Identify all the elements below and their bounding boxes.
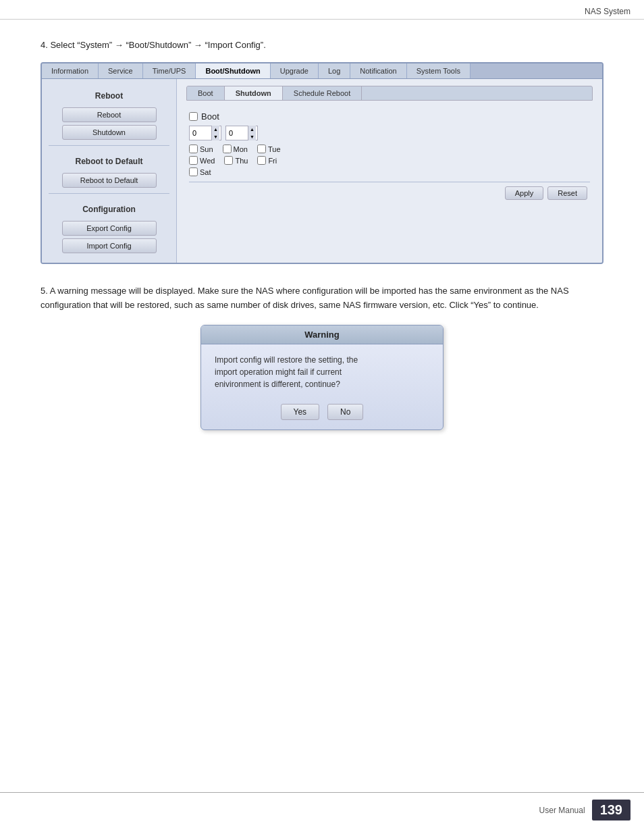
reboot-section-title: Reboot [42,86,176,105]
min-input-box: ▲ ▼ [225,126,258,140]
sub-tab-bar: Boot Shutdown Schedule Reboot [186,86,593,101]
boot-checkbox[interactable] [189,112,198,121]
tab-notification[interactable]: Notification [350,63,406,78]
page-footer: User Manual 139 [0,792,644,820]
day-row-3: Sat [189,167,590,176]
min-up-btn[interactable]: ▲ [248,126,256,133]
day-wed-label: Wed [189,156,215,165]
page-header: NAS System [0,0,644,20]
day-thu-text: Thu [235,157,248,165]
tab-log[interactable]: Log [319,63,350,78]
reset-button[interactable]: Reset [547,186,587,200]
min-down-btn[interactable]: ▼ [248,133,256,140]
yes-button[interactable]: Yes [281,404,320,420]
tab-service[interactable]: Service [99,63,143,78]
tab-upgrade[interactable]: Upgrade [271,63,319,78]
header-title: NAS System [585,7,630,16]
left-sidebar: Reboot Reboot Shutdown Reboot to Default… [42,79,177,263]
step5-instruction: 5. A warning message will be displayed. … [41,284,603,313]
panel-body: Reboot Reboot Shutdown Reboot to Default… [42,79,602,263]
apply-button[interactable]: Apply [505,186,544,200]
tab-information[interactable]: Information [42,63,99,78]
footer-manual-text: User Manual [539,806,585,815]
hour-spinner: ▲ ▼ [211,126,219,140]
day-thu-label: Thu [224,156,248,165]
reboot-button[interactable]: Reboot [62,107,157,122]
warning-title: Warning [201,325,443,344]
day-sun-checkbox[interactable] [189,145,198,153]
day-tue-text: Tue [268,145,281,153]
export-config-button[interactable]: Export Config [62,221,157,236]
min-input[interactable] [226,128,248,138]
day-wed-text: Wed [200,157,215,165]
day-tue-label: Tue [257,145,281,153]
day-sun-text: Sun [200,145,213,153]
sub-tab-shutdown[interactable]: Shutdown [225,86,283,100]
nas-panel: Information Service Time/UPS Boot/Shutdo… [41,62,603,264]
import-config-button[interactable]: Import Config [62,238,157,253]
warning-buttons: Yes No [201,400,443,429]
hour-input[interactable] [190,128,211,138]
boot-checkbox-row: Boot [189,111,590,122]
right-content: Boot Shutdown Schedule Reboot Boot [177,79,602,263]
day-sat-label: Sat [189,167,211,176]
reboot-default-section-title: Reboot to Default [42,151,176,170]
day-fri-checkbox[interactable] [257,156,266,165]
day-tue-checkbox[interactable] [257,145,266,153]
tab-timeups[interactable]: Time/UPS [143,63,196,78]
footer-page-number: 139 [592,800,630,820]
day-mon-label: Mon [223,145,248,153]
step4-instruction: 4. Select “System” → “Boot/Shutdown” → “… [41,40,603,50]
day-thu-checkbox[interactable] [224,156,233,165]
day-row-2: Wed Thu Fri [189,156,590,165]
min-spinner: ▲ ▼ [248,126,256,140]
boot-label: Boot [201,111,219,122]
tab-bootshutdown[interactable]: Boot/Shutdown [196,63,270,78]
config-section-title: Configuration [42,199,176,218]
hour-up-btn[interactable]: ▲ [212,126,219,133]
day-mon-checkbox[interactable] [223,145,232,153]
reboot-default-button[interactable]: Reboot to Default [62,173,157,188]
day-fri-text: Fri [268,157,277,165]
tab-systemtools[interactable]: System Tools [407,63,471,78]
sidebar-divider-1 [49,145,169,146]
hour-input-box: ▲ ▼ [189,126,221,140]
tab-bar: Information Service Time/UPS Boot/Shutdo… [42,63,602,79]
day-sat-text: Sat [200,168,211,176]
day-wed-checkbox[interactable] [189,156,198,165]
sidebar-divider-2 [49,193,169,194]
time-inputs: ▲ ▼ ▲ ▼ [189,126,590,140]
sub-tab-schedule-reboot[interactable]: Schedule Reboot [283,86,362,100]
warning-message: Import config will restore the setting, … [201,344,443,400]
schedule-area: Boot ▲ ▼ [186,107,593,205]
day-sat-checkbox[interactable] [189,167,198,176]
sub-tab-boot[interactable]: Boot [187,86,225,100]
action-bar: Apply Reset [189,182,590,201]
day-fri-label: Fri [257,156,277,165]
day-sun-label: Sun [189,145,213,153]
main-content: 4. Select “System” → “Boot/Shutdown” → “… [0,20,644,471]
warning-dialog: Warning Import config will restore the s… [200,325,444,430]
day-mon-text: Mon [234,145,248,153]
no-button[interactable]: No [327,404,363,420]
day-row-1: Sun Mon Tue [189,145,590,153]
shutdown-button[interactable]: Shutdown [62,125,157,140]
hour-down-btn[interactable]: ▼ [212,133,219,140]
